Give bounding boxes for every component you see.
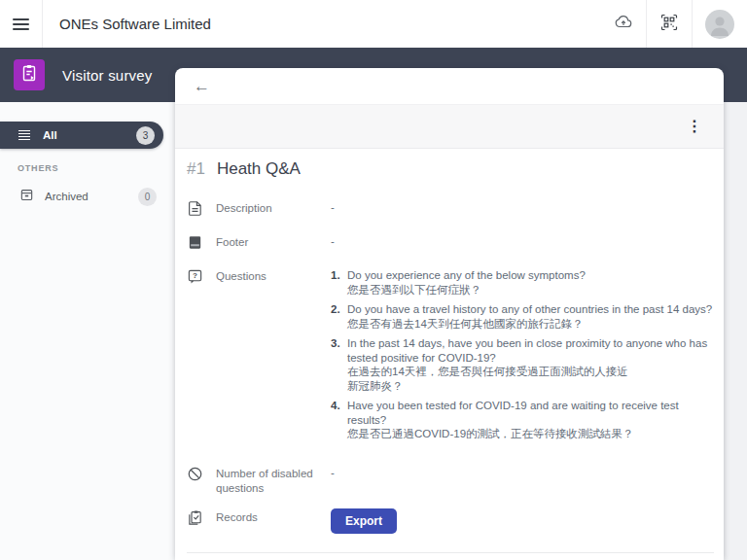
menu-button[interactable] bbox=[0, 0, 43, 48]
sidebar-item-label: Archived bbox=[45, 191, 89, 202]
question-number: 2. bbox=[331, 302, 347, 331]
sidebar-item-label: All bbox=[43, 129, 57, 141]
question-en: In the past 14 days, have you been in cl… bbox=[347, 336, 714, 365]
field-value: - bbox=[331, 234, 335, 247]
question-en: Have you been tested for COVID-19 and ar… bbox=[347, 399, 714, 427]
block-icon bbox=[187, 466, 204, 483]
top-bar: ONEs Software Limited bbox=[0, 0, 747, 48]
question-item: 3. In the past 14 days, have you been in… bbox=[331, 336, 714, 393]
export-button[interactable]: Export bbox=[331, 508, 397, 534]
row-questions: ? Questions 1. Do you experience any of … bbox=[187, 268, 714, 447]
field-label: Questions bbox=[216, 268, 331, 284]
org-title: ONEs Software Limited bbox=[59, 0, 600, 48]
question-number: 4. bbox=[331, 399, 347, 441]
question-number: 3. bbox=[331, 336, 347, 393]
field-label: Records bbox=[216, 509, 331, 525]
kebab-menu-button[interactable]: ⋮ bbox=[683, 117, 706, 136]
row-footer: Footer - bbox=[187, 234, 714, 252]
cloud-upload-icon bbox=[614, 13, 633, 36]
field-rows: Description - Footer - bbox=[187, 200, 714, 560]
profile-button[interactable] bbox=[692, 0, 747, 48]
count-badge: 3 bbox=[136, 126, 155, 145]
qr-code-icon bbox=[660, 14, 678, 35]
section-divider bbox=[187, 552, 714, 553]
question-number: 1. bbox=[331, 268, 347, 297]
row-records: Records Export bbox=[187, 509, 714, 534]
hamburger-icon bbox=[13, 16, 29, 33]
question-zh: 在過去的14天裡，您是否與任何接受過正面測試的人接近 新冠肺炎？ bbox=[347, 365, 714, 393]
survey-app-tile bbox=[14, 59, 45, 90]
question-zh: 您是否有過去14天到任何其他國家的旅行記錄？ bbox=[347, 317, 712, 332]
avatar bbox=[705, 10, 734, 39]
question-text: Do you have a travel history to any of o… bbox=[347, 302, 712, 331]
question-item: 4. Have you been tested for COVID-19 and… bbox=[331, 399, 714, 441]
sidebar-section-others: OTHERS bbox=[18, 163, 175, 173]
question-zh: 您是否已通過COVID-19的測試，正在等待接收測試結果？ bbox=[347, 427, 714, 441]
footer-icon bbox=[187, 234, 204, 252]
field-label: Footer bbox=[216, 234, 331, 250]
records-clipboard-icon bbox=[187, 509, 204, 527]
archive-icon bbox=[19, 188, 34, 206]
card-body: #1 Heath Q&A Description - bbox=[175, 149, 724, 560]
question-bubble-icon: ? bbox=[187, 268, 204, 286]
field-label: Description bbox=[216, 200, 331, 216]
question-item: 1. Do you experience any of the below sy… bbox=[331, 268, 714, 297]
row-disabled-questions: Number of disabled questions - bbox=[187, 466, 714, 496]
back-button[interactable]: ← bbox=[194, 78, 210, 94]
cloud-upload-button[interactable] bbox=[600, 0, 646, 48]
questions-list: 1. Do you experience any of the below sy… bbox=[331, 268, 714, 447]
question-en: Do you experience any of the below sympt… bbox=[347, 268, 586, 283]
sidebar-item-all[interactable]: All 3 bbox=[0, 122, 163, 149]
qr-scan-button[interactable] bbox=[646, 0, 692, 48]
field-value: - bbox=[331, 200, 335, 213]
sidebar-item-archived[interactable]: Archived 0 bbox=[0, 186, 175, 207]
field-label: Number of disabled questions bbox=[216, 466, 331, 496]
app-name: Visitor survey bbox=[62, 67, 153, 84]
clipboard-survey-icon bbox=[19, 63, 39, 87]
question-zh: 您是否遇到以下任何症狀？ bbox=[347, 283, 586, 298]
question-text: Have you been tested for COVID-19 and ar… bbox=[347, 399, 714, 441]
question-item: 2. Do you have a travel history to any o… bbox=[331, 302, 714, 331]
card-toolbar: ⋮ bbox=[175, 104, 724, 149]
question-text: In the past 14 days, have you been in cl… bbox=[347, 336, 714, 393]
title-row: #1 Heath Q&A bbox=[187, 159, 714, 179]
card-header: ← bbox=[175, 68, 724, 104]
description-icon bbox=[187, 200, 204, 218]
field-value: - bbox=[331, 466, 335, 478]
question-en: Do you have a travel history to any of o… bbox=[347, 302, 712, 317]
survey-number: #1 bbox=[187, 159, 205, 179]
sidebar: All 3 OTHERS Archived 0 bbox=[0, 102, 175, 560]
count-badge: 0 bbox=[138, 188, 157, 206]
svg-text:?: ? bbox=[193, 271, 197, 280]
question-text: Do you experience any of the below sympt… bbox=[347, 268, 586, 297]
survey-detail-card: ← ⋮ #1 Heath Q&A Description - bbox=[175, 68, 724, 560]
list-icon bbox=[18, 128, 30, 142]
row-description: Description - bbox=[187, 200, 714, 218]
survey-title: Heath Q&A bbox=[217, 159, 301, 179]
